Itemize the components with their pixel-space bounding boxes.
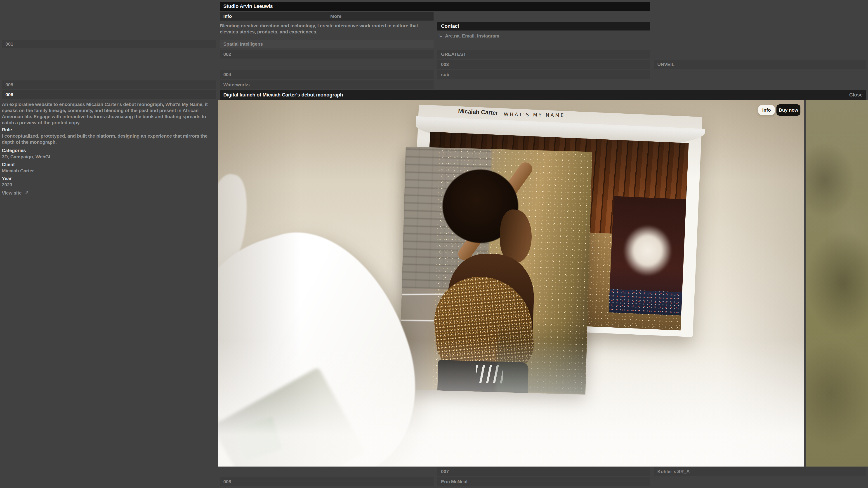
project-name: Kohler x SR_A — [657, 469, 690, 474]
detail-description: An explorative website to encompass Mica… — [2, 101, 216, 126]
client-label: Client — [2, 161, 216, 167]
project-number: 008 — [223, 479, 231, 484]
project-name: Spatial Intelligens — [223, 41, 263, 47]
project-row-name-004[interactable]: sub — [437, 70, 650, 79]
next-slide-preview[interactable] — [806, 100, 868, 466]
client-value: Micaiah Carter — [2, 168, 216, 174]
project-number: 007 — [441, 469, 449, 474]
role-label: Role — [2, 127, 216, 133]
project-row-name-008[interactable]: Eric McNeal — [437, 477, 650, 486]
year-label: Year — [2, 175, 216, 182]
project-number: 006 — [5, 92, 13, 97]
site-info-label: Info — [762, 107, 771, 113]
project-row-number-008[interactable]: 008 — [220, 477, 434, 486]
project-row-number-006-active[interactable]: 006 — [2, 90, 216, 99]
studio-description: Blending creative direction and technolo… — [220, 23, 430, 35]
portfolio-app: { "header": { "title": "Studio Arvin Lee… — [0, 0, 868, 488]
project-number: 001 — [5, 41, 13, 47]
project-row-number-007[interactable]: 007 — [437, 467, 650, 476]
project-row-number-001[interactable]: 001 — [2, 40, 216, 48]
buy-now-button[interactable]: Buy now — [776, 104, 800, 116]
site-info-button[interactable]: Info — [758, 105, 775, 115]
site-title: Studio Arvin Leeuwis — [223, 3, 273, 9]
tab-info[interactable]: Info — [220, 13, 327, 19]
contact-title: Contact — [441, 23, 459, 29]
project-row-name-001[interactable]: Spatial Intelligens — [220, 40, 434, 48]
project-row-name-002[interactable]: GREATEST — [437, 50, 650, 59]
contact-bar: Contact — [437, 22, 650, 31]
close-button[interactable]: Close — [849, 92, 863, 98]
role-value: I conceptualized, prototyped, and built … — [2, 133, 216, 145]
floor-glow — [218, 340, 804, 466]
view-site-label: View site — [2, 190, 22, 195]
detail-title: Digital launch of Micaiah Carter's debut… — [223, 92, 343, 98]
project-name: sub — [441, 72, 450, 77]
project-number: 005 — [5, 82, 13, 88]
project-name: Waterworks — [223, 82, 250, 88]
external-link-icon: ↗ — [25, 190, 29, 195]
project-row-name-007[interactable]: Kohler x SR_A — [654, 467, 866, 476]
detail-title-bar: Digital launch of Micaiah Carter's debut… — [220, 90, 866, 100]
site-title-bar: Studio Arvin Leeuwis — [220, 2, 650, 11]
categories-value: 3D, Campaign, WebGL — [2, 154, 216, 160]
project-row-number-005[interactable]: 005 — [2, 80, 216, 89]
contact-links[interactable]: Are.na, Email, Instagram — [445, 33, 499, 39]
tab-more[interactable]: More — [327, 13, 434, 19]
header-tabs: Info More — [220, 12, 434, 21]
project-number: 004 — [223, 72, 231, 77]
buy-now-label: Buy now — [779, 107, 798, 113]
project-row-name-003[interactable]: UNVEIL — [654, 60, 866, 69]
project-name: GREATEST — [441, 52, 466, 57]
project-row-number-004[interactable]: 004 — [220, 70, 434, 79]
project-number: 002 — [223, 52, 231, 57]
contact-links-row: ↳ Are.na, Email, Instagram — [437, 32, 650, 40]
project-row-number-002[interactable]: 002 — [220, 50, 434, 59]
project-name: UNVEIL — [657, 62, 675, 67]
project-name: Eric McNeal — [441, 479, 467, 484]
project-row-name-005[interactable]: Waterworks — [220, 80, 434, 89]
project-row-number-003[interactable]: 003 — [437, 60, 650, 69]
categories-label: Categories — [2, 147, 216, 153]
view-site-link[interactable]: View site ↗ — [2, 190, 216, 196]
project-3d-viewer[interactable]: Micaiah Carter WHAT'S MY NAME — [218, 100, 868, 466]
return-arrow-icon: ↳ — [439, 33, 442, 39]
project-number: 003 — [441, 62, 449, 67]
year-value: 2023 — [2, 182, 216, 188]
viewer-scene-beige: Micaiah Carter WHAT'S MY NAME — [218, 100, 804, 466]
